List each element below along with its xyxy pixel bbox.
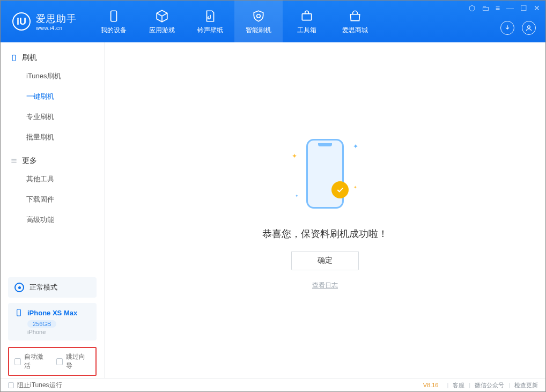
sparkle-icon: ✦ bbox=[353, 143, 358, 150]
nav-label: 铃声壁纸 bbox=[197, 26, 223, 35]
checkbox-skip-guide[interactable]: 跳过向导 bbox=[56, 352, 91, 371]
footer-link-support[interactable]: 客服 bbox=[453, 381, 464, 389]
menu-icon[interactable]: ≡ bbox=[496, 4, 500, 12]
maximize-icon[interactable]: ☐ bbox=[520, 4, 527, 12]
nav-label: 爱思商城 bbox=[342, 26, 368, 35]
shirt-icon[interactable]: ⬡ bbox=[469, 4, 475, 12]
checkbox-box-icon bbox=[8, 382, 14, 388]
body-area: 刷机 iTunes刷机 一键刷机 专业刷机 批量刷机 更多 其他工具 下载固件 … bbox=[1, 42, 545, 378]
sidebar-item-pro-flash[interactable]: 专业刷机 bbox=[1, 107, 104, 127]
success-illustration: ✦ ✦ ✦ ✦ bbox=[277, 131, 373, 217]
nav-tabs: 我的设备 应用游戏 铃声壁纸 智能刷机 工具箱 爱思商城 bbox=[90, 1, 379, 42]
sidebar-item-other-tools[interactable]: 其他工具 bbox=[1, 169, 104, 189]
device-box[interactable]: iPhone XS Max 256GB iPhone bbox=[8, 303, 97, 341]
sidebar-item-batch-flash[interactable]: 批量刷机 bbox=[1, 127, 104, 147]
sidebar-item-oneclick-flash[interactable]: 一键刷机 bbox=[1, 86, 104, 107]
minimize-icon[interactable]: — bbox=[506, 4, 514, 12]
svg-rect-4 bbox=[17, 309, 21, 316]
nav-label: 我的设备 bbox=[101, 26, 127, 35]
version-label: V8.16 bbox=[423, 382, 439, 388]
nav-my-device[interactable]: 我的设备 bbox=[90, 1, 138, 42]
phone-outline-icon bbox=[14, 308, 23, 317]
sidebar: 刷机 iTunes刷机 一键刷机 专业刷机 批量刷机 更多 其他工具 下载固件 … bbox=[1, 42, 105, 378]
download-button[interactable] bbox=[500, 21, 514, 35]
checkbox-auto-activate[interactable]: 自动激活 bbox=[14, 352, 49, 371]
app-header: iU 爱思助手 www.i4.cn 我的设备 应用游戏 铃声壁纸 智能刷机 工具… bbox=[1, 1, 545, 42]
section-header-flash: 刷机 bbox=[1, 50, 104, 66]
logo-area: iU 爱思助手 www.i4.cn bbox=[1, 1, 86, 42]
device-panel: 正常模式 iPhone XS Max 256GB iPhone 自动激活 跳过向… bbox=[1, 271, 104, 378]
close-icon[interactable]: ✕ bbox=[534, 4, 540, 12]
view-log-link[interactable]: 查看日志 bbox=[312, 281, 338, 290]
svg-rect-3 bbox=[12, 55, 16, 61]
checkbox-label: 跳过向导 bbox=[66, 352, 90, 371]
footer-link-wechat[interactable]: 微信公众号 bbox=[475, 381, 504, 389]
toolbox-icon bbox=[300, 9, 314, 24]
nav-label: 应用游戏 bbox=[149, 26, 175, 35]
section-header-more: 更多 bbox=[1, 153, 104, 169]
options-checkbox-row: 自动激活 跳过向导 bbox=[8, 347, 97, 376]
sparkle-icon: ✦ bbox=[295, 194, 299, 198]
device-icon bbox=[10, 54, 18, 62]
checkbox-box-icon bbox=[56, 358, 63, 365]
mode-box[interactable]: 正常模式 bbox=[8, 277, 97, 298]
nav-apps-games[interactable]: 应用游戏 bbox=[138, 1, 186, 42]
svg-rect-1 bbox=[302, 13, 311, 20]
ok-button[interactable]: 确定 bbox=[291, 251, 359, 270]
sidebar-item-download-firmware[interactable]: 下载固件 bbox=[1, 189, 104, 210]
device-name: iPhone XS Max bbox=[27, 309, 77, 317]
shield-refresh-icon bbox=[252, 9, 265, 24]
svg-point-2 bbox=[528, 26, 530, 28]
music-file-icon bbox=[203, 9, 217, 24]
header-action-buttons bbox=[500, 21, 536, 35]
list-icon bbox=[10, 157, 18, 165]
nav-smart-flash[interactable]: 智能刷机 bbox=[234, 1, 283, 42]
checkbox-block-itunes[interactable]: 阻止iTunes运行 bbox=[8, 381, 62, 390]
app-url: www.i4.cn bbox=[36, 25, 77, 31]
mode-label: 正常模式 bbox=[29, 283, 57, 292]
sidebar-item-itunes-flash[interactable]: iTunes刷机 bbox=[1, 66, 104, 86]
lock-icon[interactable]: 🗀 bbox=[482, 4, 489, 12]
cube-icon bbox=[155, 9, 169, 24]
mode-indicator-icon bbox=[14, 283, 24, 292]
sparkle-icon: ✦ bbox=[353, 185, 357, 190]
checkbox-label: 阻止iTunes运行 bbox=[17, 381, 62, 390]
section-title: 更多 bbox=[22, 156, 37, 166]
nav-toolbox[interactable]: 工具箱 bbox=[283, 1, 331, 42]
nav-label: 智能刷机 bbox=[246, 26, 271, 35]
main-content: ✦ ✦ ✦ ✦ 恭喜您，保资料刷机成功啦！ 确定 查看日志 bbox=[105, 42, 545, 378]
footer-link-check-update[interactable]: 检查更新 bbox=[514, 381, 538, 389]
nav-store[interactable]: 爱思商城 bbox=[331, 1, 379, 42]
sparkle-icon: ✦ bbox=[292, 152, 297, 160]
svg-rect-0 bbox=[111, 11, 117, 21]
account-button[interactable] bbox=[522, 21, 536, 35]
checkbox-label: 自动激活 bbox=[24, 352, 48, 371]
section-title: 刷机 bbox=[22, 53, 37, 63]
logo-text: 爱思助手 www.i4.cn bbox=[36, 12, 77, 31]
logo-icon: iU bbox=[12, 12, 31, 31]
checkmark-badge-icon bbox=[331, 181, 349, 198]
phone-icon bbox=[107, 9, 121, 24]
nav-label: 工具箱 bbox=[297, 26, 316, 35]
status-bar: 阻止iTunes运行 V8.16 | 客服 | 微信公众号 | 检查更新 bbox=[1, 378, 545, 391]
checkbox-box-icon bbox=[14, 358, 21, 365]
device-type: iPhone bbox=[27, 329, 90, 335]
sidebar-item-advanced[interactable]: 高级功能 bbox=[1, 210, 104, 230]
app-name: 爱思助手 bbox=[36, 12, 77, 25]
window-controls: ⬡ 🗀 ≡ — ☐ ✕ bbox=[469, 4, 540, 12]
success-message: 恭喜您，保资料刷机成功啦！ bbox=[262, 227, 388, 240]
nav-ringtones-wallpapers[interactable]: 铃声壁纸 bbox=[186, 1, 234, 42]
device-storage: 256GB bbox=[27, 320, 56, 328]
store-icon bbox=[348, 9, 362, 24]
